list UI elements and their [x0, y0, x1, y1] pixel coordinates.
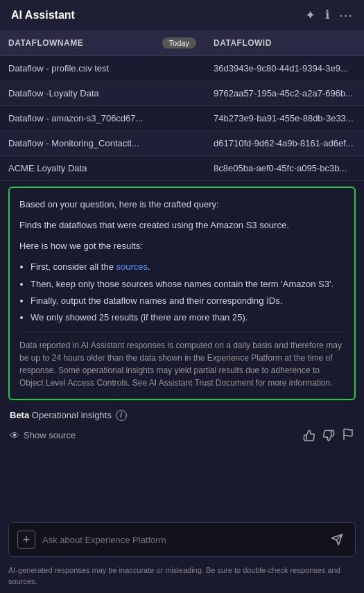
dataflow-table-section: DATAFLOWNAME Today DATAFLOWID Dataflow -…: [0, 31, 364, 181]
ai-response-box: Based on your question, here is the craf…: [8, 187, 356, 400]
cell-dataflow-name: Dataflow - Monitoring_Contactl...: [0, 131, 154, 156]
cell-empty: [154, 56, 205, 81]
show-source-row: 👁 Show source: [0, 425, 364, 449]
cell-dataflow-id: 9762aa57-195a-45c2-a2a7-696b...: [205, 81, 364, 106]
list-item: We only showed 25 results (if there are …: [31, 311, 345, 325]
table-row: ACME Loyalty Data 8c8e05ba-aef0-45fc-a09…: [0, 156, 364, 181]
col-header-name: DATAFLOWNAME: [0, 31, 154, 56]
cell-dataflow-name: Dataflow - amazon-s3_706cd67...: [0, 106, 154, 131]
header-icons: ✦ ℹ ···: [305, 7, 353, 23]
list-item: Then, keep only those sources whose name…: [31, 277, 345, 291]
table-wrapper: DATAFLOWNAME Today DATAFLOWID Dataflow -…: [0, 31, 364, 181]
beta-label: Beta Operational insights: [10, 410, 112, 420]
send-button[interactable]: [327, 530, 347, 549]
list-item: Finally, output the dataflow names and t…: [31, 294, 345, 308]
cell-empty: [154, 81, 205, 106]
cell-dataflow-id: 8c8e05ba-aef0-45fc-a095-bc3b...: [205, 156, 364, 181]
add-attachment-button[interactable]: +: [17, 531, 35, 549]
settings-icon[interactable]: ✦: [305, 8, 315, 23]
eye-icon: 👁: [10, 430, 19, 441]
ai-disclaimer: Data reported in AI Assistant responses …: [19, 332, 345, 389]
cell-dataflow-name: Dataflow - profile.csv test: [0, 56, 154, 81]
cell-dataflow-name: Dataflow -Loyalty Data: [0, 81, 154, 106]
dataflow-table: DATAFLOWNAME Today DATAFLOWID Dataflow -…: [0, 31, 364, 181]
ai-description-text: Finds the dataflows that were created us…: [19, 218, 345, 232]
footer-disclaimer-text: AI-generated responses may be inaccurate…: [8, 566, 340, 585]
more-icon[interactable]: ···: [339, 7, 353, 23]
cell-dataflow-id: d61710fd-9d62-4a9b-8161-ad6ef...: [205, 131, 364, 156]
cell-dataflow-id: 36d3943e-9c80-44d1-9394-3e9...: [205, 56, 364, 81]
chat-input[interactable]: [42, 535, 320, 545]
sources-link[interactable]: sources: [116, 261, 148, 272]
thumbs-up-button[interactable]: [303, 429, 315, 442]
beta-row: Beta Operational insights i: [0, 406, 364, 425]
list-item: First, consider all the sources.: [31, 260, 345, 274]
show-source-label: Show source: [24, 430, 76, 440]
page-title: AI Assistant: [11, 9, 75, 22]
cell-dataflow-name: ACME Loyalty Data: [0, 156, 154, 181]
ai-bullets-list: First, consider all the sources.Then, ke…: [31, 260, 345, 325]
thumbs-down-button[interactable]: [322, 429, 335, 442]
beta-info-icon[interactable]: i: [116, 410, 127, 421]
flag-button[interactable]: [342, 428, 354, 443]
table-body: Dataflow - profile.csv test 36d3943e-9c8…: [0, 56, 364, 181]
footer-disclaimer: AI-generated responses may be inaccurate…: [0, 562, 364, 593]
input-box: +: [8, 522, 356, 557]
today-badge: Today: [162, 37, 196, 49]
info-icon[interactable]: ℹ: [325, 8, 329, 22]
table-row: Dataflow - amazon-s3_706cd67... 74b273e9…: [0, 106, 364, 131]
ai-how-title: Here is how we got the results:: [19, 239, 345, 253]
main-content: DATAFLOWNAME Today DATAFLOWID Dataflow -…: [0, 31, 364, 517]
input-area: +: [0, 517, 364, 562]
table-row: Dataflow - Monitoring_Contactl... d61710…: [0, 131, 364, 156]
beta-operational: Operational insights: [32, 410, 112, 420]
cell-empty: [154, 131, 205, 156]
col-header-today: Today: [154, 31, 205, 56]
table-header-row: DATAFLOWNAME Today DATAFLOWID: [0, 31, 364, 56]
cell-dataflow-id: 74b273e9-ba91-455e-88db-3e33...: [205, 106, 364, 131]
show-source-button[interactable]: 👁 Show source: [10, 430, 76, 441]
feedback-icons: [303, 428, 354, 443]
cell-empty: [154, 156, 205, 181]
ai-intro-text: Based on your question, here is the craf…: [19, 198, 345, 212]
cell-empty: [154, 106, 205, 131]
header: AI Assistant ✦ ℹ ···: [0, 0, 364, 31]
ai-response-container: Based on your question, here is the craf…: [0, 181, 364, 406]
table-row: Dataflow -Loyalty Data 9762aa57-195a-45c…: [0, 81, 364, 106]
beta-strong: Beta: [10, 410, 29, 420]
table-row: Dataflow - profile.csv test 36d3943e-9c8…: [0, 56, 364, 81]
col-header-id: DATAFLOWID: [205, 31, 364, 56]
